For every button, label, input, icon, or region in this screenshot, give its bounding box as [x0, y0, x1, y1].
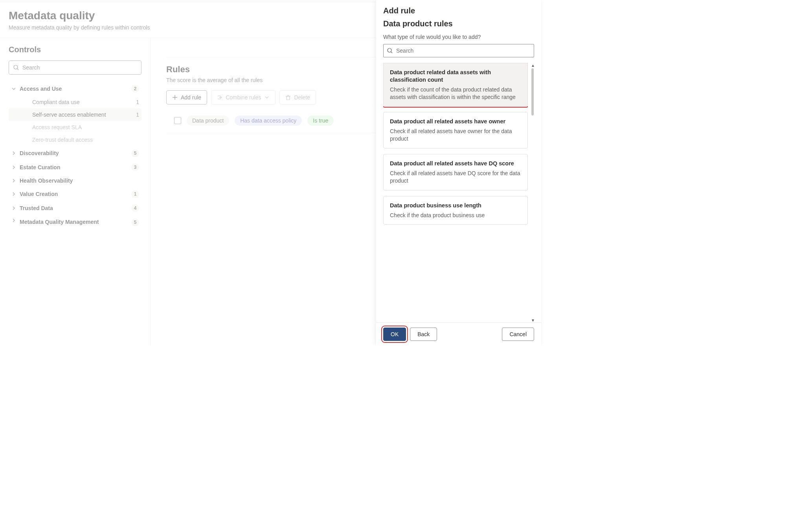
panel-footer: OK Back Cancel	[376, 322, 541, 346]
count-badge: 1	[131, 190, 139, 198]
rule-option-title: Data product all related assets have DQ …	[390, 160, 521, 167]
rule-option-desc: Check if the data product business use	[390, 212, 521, 219]
tree-group-label: Metadata Quality Management	[20, 218, 131, 226]
controls-search-input[interactable]	[22, 64, 137, 71]
tree-child-self-serve-access-enablement[interactable]: Self-serve access enablement1	[9, 108, 141, 121]
tree-child-label: Access request SLA	[32, 124, 139, 130]
panel-search[interactable]	[383, 44, 534, 57]
tree-child-label: Compliant data use	[32, 99, 136, 105]
search-icon	[13, 64, 19, 71]
delete-label: Delete	[294, 94, 310, 101]
chevron-right-icon	[11, 165, 17, 169]
controls-tree: Access and Use2Compliant data use1Self-s…	[9, 82, 141, 229]
tree-group-label: Discoverability	[20, 150, 131, 156]
tree-group-label: Trusted Data	[20, 205, 131, 211]
app-root: Metadata quality Measure metadata qualit…	[0, 0, 541, 346]
rule-checkbox[interactable]	[174, 117, 181, 124]
tree-child-label: Self-serve access enablement	[32, 112, 136, 118]
controls-title: Controls	[9, 45, 141, 54]
combine-rules-label: Combine rules	[226, 94, 261, 101]
rule-option-card[interactable]: Data product all related assets have DQ …	[383, 154, 528, 190]
panel-title: Add rule	[383, 6, 534, 15]
tree-child-label: Zero-trust default access	[32, 137, 139, 143]
svg-point-8	[388, 48, 391, 52]
count-badge: 5	[131, 218, 139, 226]
rule-options-list: Data product related data assets with cl…	[383, 63, 528, 322]
tree-group-health-observability[interactable]: Health Observability	[9, 174, 141, 187]
combine-rules-button[interactable]: Combine rules	[211, 90, 276, 104]
rule-option-title: Data product all related assets have own…	[390, 118, 521, 125]
rule-option-desc: Check if the count of the data product r…	[390, 86, 521, 101]
rule-option-title: Data product business use length	[390, 202, 521, 209]
rule-option-desc: Check if all related assets have DQ scor…	[390, 170, 521, 185]
panel-content: Add rule Data product rules What type of…	[376, 0, 541, 322]
plus-icon	[172, 95, 178, 100]
rule-option-title: Data product related data assets with cl…	[390, 69, 521, 84]
rule-option-card[interactable]: Data product related data assets with cl…	[383, 63, 528, 106]
tree-group-label: Estate Curation	[20, 164, 131, 170]
chevron-right-icon	[11, 151, 17, 155]
tree-child-compliant-data-use[interactable]: Compliant data use1	[9, 96, 141, 108]
scroll-up-arrow-icon[interactable]: ▲	[531, 63, 535, 68]
ok-button[interactable]: OK	[383, 328, 406, 341]
controls-sidebar: Controls Access and Use2Compliant data u…	[0, 38, 151, 346]
rule-option-card[interactable]: Data product business use lengthCheck if…	[383, 196, 528, 225]
count-badge: 1	[136, 112, 139, 118]
combine-icon	[217, 95, 222, 100]
panel-question: What type of rule would you like to add?	[383, 34, 534, 40]
tree-child-access-request-sla: Access request SLA	[9, 121, 141, 134]
scrollbar-thumb[interactable]	[531, 68, 534, 115]
count-badge: 2	[131, 85, 139, 93]
search-icon	[387, 48, 393, 54]
svg-rect-5	[287, 96, 290, 100]
tree-group-access-and-use[interactable]: Access and Use2	[9, 82, 141, 96]
pill-has-policy: Has data access policy	[235, 115, 302, 126]
scrollbar-track[interactable]	[532, 68, 534, 317]
panel-subtitle: Data product rules	[383, 19, 534, 28]
count-badge: 1	[136, 99, 139, 105]
chevron-right-icon	[11, 192, 17, 196]
count-badge: 5	[131, 149, 139, 157]
tree-group-discoverability[interactable]: Discoverability5	[9, 146, 141, 160]
rule-option-desc: Check if all related assets have owner f…	[390, 128, 521, 143]
rule-options-wrap: ▲ ▼ Data product related data assets wit…	[383, 63, 534, 322]
tree-group-label: Value Creation	[20, 191, 131, 197]
rule-option-card[interactable]: Data product all related assets have own…	[383, 112, 528, 148]
chevron-down-icon	[11, 87, 17, 91]
chevron-right-icon	[11, 179, 17, 183]
delete-button[interactable]: Delete	[279, 90, 316, 104]
svg-point-0	[14, 65, 18, 69]
back-button[interactable]: Back	[410, 328, 437, 341]
add-rule-panel: Add rule Data product rules What type of…	[376, 0, 541, 346]
tree-group-label: Health Observability	[20, 178, 139, 184]
add-rule-label: Add rule	[181, 94, 201, 101]
tree-group-label: Access and Use	[20, 86, 131, 92]
footer-spacer	[441, 328, 498, 341]
svg-line-1	[17, 69, 18, 70]
tree-group-value-creation[interactable]: Value Creation1	[9, 187, 141, 201]
chevron-right-icon	[11, 218, 17, 222]
svg-line-9	[391, 52, 392, 53]
count-badge: 3	[131, 163, 139, 171]
count-badge: 4	[131, 204, 139, 212]
add-rule-button[interactable]: Add rule	[166, 90, 207, 104]
pill-data-product: Data product	[187, 115, 229, 126]
tree-child-zero-trust-default-access: Zero-trust default access	[9, 134, 141, 146]
tree-group-estate-curation[interactable]: Estate Curation3	[9, 160, 141, 174]
pill-is-true: Is true	[307, 115, 334, 126]
trash-icon	[285, 95, 291, 100]
scroll-down-arrow-icon[interactable]: ▼	[531, 318, 535, 322]
controls-search[interactable]	[9, 60, 141, 75]
cancel-button[interactable]: Cancel	[502, 328, 534, 341]
tree-group-metadata-quality-management[interactable]: Metadata Quality Management5	[9, 215, 141, 229]
tree-group-trusted-data[interactable]: Trusted Data4	[9, 201, 141, 215]
chevron-down-icon	[264, 95, 270, 100]
panel-search-input[interactable]	[396, 48, 531, 54]
chevron-right-icon	[11, 206, 17, 210]
